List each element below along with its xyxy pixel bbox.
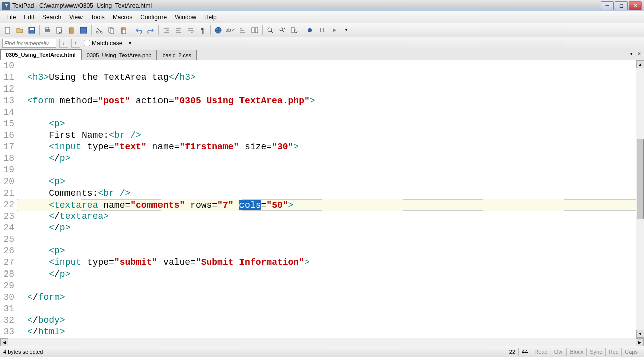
vertical-scrollbar[interactable]: ▲ ▼ [636, 60, 644, 338]
find-icon[interactable] [265, 25, 276, 36]
svg-rect-8 [80, 27, 87, 33]
undo-icon[interactable] [133, 25, 144, 36]
paste-icon[interactable] [118, 25, 129, 36]
sortlines-icon[interactable] [237, 25, 248, 36]
status-read: Read [531, 348, 550, 356]
toolbar-separator [302, 25, 302, 35]
svg-rect-16 [252, 28, 254, 33]
tab-file-php[interactable]: 0305_Using_TextArea.php [81, 50, 157, 60]
menu-edit[interactable]: Edit [20, 13, 38, 22]
svg-rect-7 [69, 28, 73, 33]
minimize-button[interactable]: ─ [601, 1, 614, 10]
menu-view[interactable]: View [65, 13, 87, 22]
cut-icon[interactable] [94, 25, 105, 36]
wordwrap-icon[interactable] [185, 25, 196, 36]
pause-macro-icon[interactable] [316, 25, 328, 36]
pilcrow-icon[interactable]: ¶ [197, 25, 208, 36]
findinfiles-icon[interactable] [289, 25, 300, 36]
tab-file-html[interactable]: 0305_Using_TextArea.html [0, 49, 82, 60]
code-area[interactable]: <h3>Using the TextArea tag</h3><form met… [17, 60, 636, 338]
open-file-icon[interactable] [14, 25, 25, 36]
maximize-button[interactable]: ◻ [615, 1, 628, 10]
record-macro-icon[interactable] [304, 25, 315, 36]
tab-close-icon[interactable]: ✕ [636, 50, 643, 57]
status-rec: Rec [605, 348, 622, 356]
status-sync: Sync [586, 348, 605, 356]
indent-icon[interactable] [161, 25, 172, 36]
menu-tools[interactable]: Tools [87, 13, 109, 22]
save-icon[interactable] [26, 25, 37, 36]
status-selection: 4 bytes selected [3, 349, 506, 355]
svg-rect-24 [323, 28, 324, 32]
menu-search[interactable]: Search [38, 13, 65, 22]
save-all-icon[interactable] [78, 25, 89, 36]
svg-point-18 [268, 28, 272, 32]
svg-rect-12 [110, 29, 114, 33]
redo-icon[interactable] [145, 25, 156, 36]
scroll-thumb[interactable] [637, 139, 644, 219]
window-title: TextPad - C:\wamp\www\0305_Using_TextAre… [12, 2, 601, 9]
svg-point-22 [308, 28, 312, 32]
outdent-icon[interactable] [173, 25, 184, 36]
status-block: Block [566, 348, 586, 356]
svg-rect-3 [45, 29, 50, 32]
svg-rect-0 [5, 27, 10, 33]
tabbar: 0305_Using_TextArea.html 0305_Using_Text… [0, 49, 644, 60]
replace-icon[interactable] [277, 25, 288, 36]
svg-rect-4 [46, 27, 49, 29]
line-gutter: 1011121314151617181920212223242526272829… [0, 60, 17, 338]
scroll-right-icon[interactable]: ▶ [636, 338, 644, 346]
print-icon[interactable] [42, 25, 53, 36]
horizontal-scrollbar[interactable]: ◀ ▶ [0, 338, 644, 346]
toolbar-separator [262, 25, 263, 35]
window-controls: ─ ◻ ✕ [601, 1, 642, 10]
new-file-icon[interactable] [2, 25, 13, 36]
close-button[interactable]: ✕ [629, 1, 642, 10]
svg-rect-23 [320, 28, 321, 32]
menu-macros[interactable]: Macros [109, 13, 136, 22]
toolbar: ¶ ab✓ ▾ [0, 23, 644, 37]
match-case-checkbox[interactable]: Match case [84, 40, 122, 47]
play-macro-icon[interactable] [329, 25, 340, 36]
find-input[interactable] [2, 39, 56, 48]
compare-icon[interactable] [249, 25, 260, 36]
status-ovr: Ovr [551, 348, 567, 356]
tab-menu-icon[interactable]: ▾ [628, 50, 635, 57]
tab-file-css[interactable]: basic_2.css [156, 50, 196, 60]
copy-icon[interactable] [106, 25, 117, 36]
clipboard-icon[interactable] [66, 25, 77, 36]
status-line: 22 [506, 348, 518, 356]
menu-window[interactable]: Window [171, 13, 200, 22]
hscroll-track[interactable] [8, 338, 636, 346]
status-caps: Caps [621, 348, 641, 356]
statusbar: 4 bytes selected 22 44 Read Ovr Block Sy… [0, 346, 644, 357]
findbar: ↓ ↑ Match case ▾ [0, 37, 644, 49]
titlebar[interactable]: T TextPad - C:\wamp\www\0305_Using_TextA… [0, 0, 644, 11]
browser-icon[interactable] [213, 25, 224, 36]
print-preview-icon[interactable] [54, 25, 65, 36]
find-options-icon[interactable]: ▾ [125, 39, 134, 48]
menubar: File Edit Search View Tools Macros Confi… [0, 11, 644, 23]
find-next-icon[interactable]: ↓ [59, 39, 68, 48]
find-prev-icon[interactable]: ↑ [71, 39, 80, 48]
menu-help[interactable]: Help [200, 13, 221, 22]
toolbar-separator [158, 25, 159, 35]
toolbar-separator [91, 25, 92, 35]
match-case-label: Match case [92, 40, 122, 47]
dropdown-icon[interactable]: ▾ [341, 25, 352, 36]
scroll-down-icon[interactable]: ▼ [636, 330, 644, 338]
toolbar-separator [131, 25, 131, 35]
scroll-up-icon[interactable]: ▲ [636, 60, 644, 68]
toolbar-separator [39, 25, 40, 35]
scroll-left-icon[interactable]: ◀ [0, 338, 8, 346]
svg-rect-14 [122, 29, 126, 34]
menu-configure[interactable]: Configure [136, 13, 171, 22]
svg-rect-17 [255, 28, 258, 33]
toolbar-separator [210, 25, 211, 35]
menu-file[interactable]: File [2, 13, 20, 22]
status-col: 44 [518, 348, 531, 356]
match-case-input[interactable] [84, 40, 90, 46]
svg-rect-2 [30, 28, 34, 30]
spellcheck-icon[interactable]: ab✓ [225, 25, 236, 36]
app-icon: T [2, 2, 10, 10]
